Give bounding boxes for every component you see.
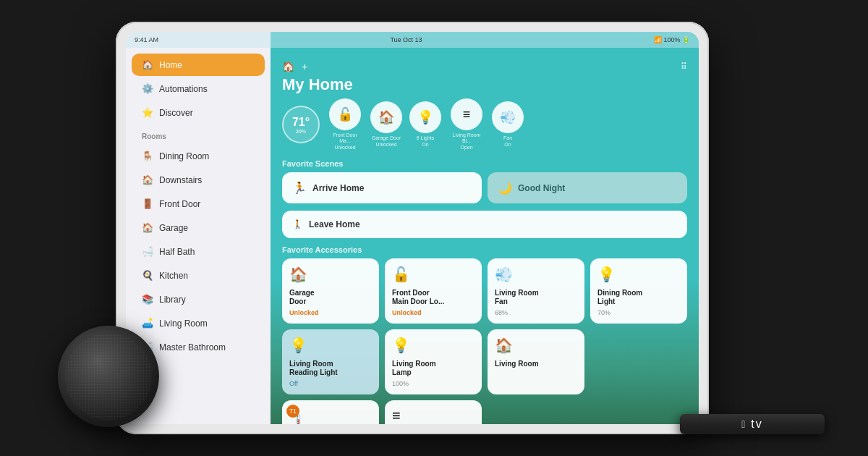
half-bath-icon: 🛁 — [142, 246, 153, 257]
sidebar-item-library[interactable]: 📚 Library — [132, 288, 265, 311]
fan-status-circle: 💨 — [492, 101, 524, 133]
living-room-fan-acc-icon: 💨 — [495, 266, 577, 283]
sidebar-item-half-bath[interactable]: 🛁 Half Bath — [132, 240, 265, 263]
sidebar-item-downstairs[interactable]: 🏠 Downstairs — [132, 169, 265, 191]
scene-arrive-home[interactable]: 🏃 Arrive Home — [282, 172, 482, 203]
good-night-label: Good Night — [518, 183, 565, 193]
acc-living-room-blinds[interactable]: ≡ Living RoomBlinds Open — [385, 400, 482, 424]
add-icon[interactable]: + — [302, 61, 307, 72]
garage-icon: 🏠 — [142, 222, 153, 233]
living-room-reading-light-acc-status: Off — [289, 380, 372, 387]
temperature-circle: 71° 20% — [282, 106, 320, 143]
sidebar-automations-label: Automations — [159, 84, 208, 94]
living-room-acc-name: Living Room — [495, 360, 577, 368]
living-room-lamp-acc-name: Living RoomLamp — [392, 360, 475, 377]
blinds-acc-icon: ≡ — [392, 408, 475, 424]
garage-door-status-circle: 🏠 — [370, 101, 402, 133]
acc-living-room-fan[interactable]: 💨 Living RoomFan 68% — [488, 258, 584, 324]
temp-sub: 20% — [296, 129, 306, 134]
living-room-fan-acc-name: Living RoomFan — [495, 289, 577, 306]
accessories-grid-row3: 71 🌡️ Living RoomThermostat Heating to 7… — [282, 400, 687, 424]
front-door-status-item[interactable]: 🔓 Front Door Ma...Unlocked — [327, 98, 363, 151]
acc-living-room-reading-light[interactable]: 💡 Living RoomReading Light Off — [282, 329, 379, 394]
top-bar: 🏠 + ⠿ — [282, 58, 687, 72]
sidebar-item-automations[interactable]: ⚙️ Automations — [132, 77, 265, 100]
leave-home-label: Leave Home — [309, 219, 360, 229]
dining-room-label: Dining Room — [159, 151, 209, 161]
kitchen-icon: 🍳 — [142, 270, 153, 281]
home-icon: 🏠 — [142, 59, 153, 70]
front-door-lock-acc-name: Front DoorMain Door Lo... — [392, 289, 475, 306]
library-label: Library — [159, 295, 186, 305]
living-room-fan-acc-status: 68% — [495, 309, 577, 316]
sidebar-item-kitchen[interactable]: 🍳 Kitchen — [132, 264, 265, 287]
temp-status-item[interactable]: 71° 20% — [282, 106, 320, 143]
garage-door-acc-icon: 🏠 — [289, 266, 372, 283]
library-icon: 📚 — [142, 294, 153, 305]
leave-home-icon: 🚶 — [292, 219, 303, 229]
blinds-status-circle: ≡ — [451, 98, 482, 130]
home-top-icon[interactable]: 🏠 — [282, 61, 294, 72]
acc-living-room-thermostat[interactable]: 71 🌡️ Living RoomThermostat Heating to 7… — [282, 400, 379, 424]
page-title: My Home — [282, 75, 353, 94]
garage-door-acc-status: Unlocked — [289, 309, 372, 316]
dining-room-icon: 🪑 — [142, 151, 153, 161]
sidebar-home-label: Home — [159, 60, 182, 70]
acc-dining-room-light[interactable]: 💡 Dining RoomLight 70% — [590, 258, 687, 324]
front-door-status-circle: 🔓 — [329, 98, 361, 130]
apple-tv:  tv — [680, 414, 825, 434]
apple-logo-icon:  — [741, 418, 745, 430]
good-night-icon: 🌙 — [498, 181, 512, 195]
main-content: 🏠 + ⠿ My Home 71° 20% — [271, 32, 699, 424]
acc-garage-door[interactable]: 🏠 GarageDoor Unlocked — [282, 258, 379, 324]
front-door-status-label: Front Door Ma...Unlocked — [327, 132, 363, 151]
status-time: 9:41 AM — [135, 36, 158, 43]
master-bathroom-label: Master Bathroom — [159, 342, 226, 352]
downstairs-icon: 🏠 — [142, 174, 153, 185]
living-room-label: Living Room — [159, 318, 208, 329]
acc-front-door-lock[interactable]: 🔓 Front DoorMain Door Lo... Unlocked — [385, 258, 482, 324]
lights-status-item[interactable]: 💡 6 LightsOn — [409, 101, 441, 148]
sidebar-item-dining-room[interactable]: 🪑 Dining Room — [132, 145, 265, 167]
automations-icon: ⚙️ — [142, 83, 153, 94]
status-battery: 📶 100% 🔋 — [654, 36, 690, 43]
acc-living-room[interactable]: 🏠 Living Room — [488, 329, 584, 394]
acc-living-room-lamp[interactable]: 💡 Living RoomLamp 100% — [385, 329, 482, 394]
garage-label: Garage — [159, 223, 188, 233]
front-door-lock-acc-status: Unlocked — [392, 309, 475, 316]
blinds-status-item[interactable]: ≡ Living Room Bl...Open — [448, 98, 485, 151]
dining-room-light-acc-icon: 💡 — [597, 266, 680, 283]
homepod-mesh — [65, 333, 152, 420]
fan-status-item[interactable]: 💨 FanOn — [492, 101, 524, 148]
discover-icon: ⭐ — [142, 107, 153, 118]
sidebar-item-front-door[interactable]: 🚪 Front Door — [132, 193, 265, 215]
homepod — [58, 326, 159, 427]
status-date: Tue Oct 13 — [390, 36, 422, 43]
scene-good-night[interactable]: 🌙 Good Night — [488, 172, 687, 203]
apple-tv-body:  tv — [680, 414, 825, 434]
kitchen-label: Kitchen — [159, 271, 188, 281]
arrive-home-icon: 🏃 — [292, 181, 307, 195]
living-room-acc-icon: 🏠 — [495, 337, 577, 354]
temp-value: 71° — [292, 116, 310, 129]
sidebar-item-garage[interactable]: 🏠 Garage — [132, 216, 265, 239]
arrive-home-label: Arrive Home — [312, 183, 364, 193]
ipad-frame: 9:41 AM Tue Oct 13 📶 100% 🔋 🏠 Home ⚙️ Au… — [116, 22, 709, 434]
main-header: My Home — [282, 75, 687, 94]
sidebar-item-discover[interactable]: ⭐ Discover — [132, 101, 265, 124]
homepod-body — [58, 326, 159, 427]
favorite-accessories-label: Favorite Accessories — [282, 245, 687, 254]
lights-status-circle: 💡 — [409, 101, 441, 133]
front-door-label: Front Door — [159, 199, 200, 209]
lights-status-label: 6 LightsOn — [417, 135, 435, 148]
dining-room-light-acc-status: 70% — [597, 309, 680, 316]
siri-icon: ⠿ — [681, 62, 687, 72]
rooms-section-label: Rooms — [126, 125, 271, 143]
scene-leave-home[interactable]: 🚶 Leave Home — [282, 211, 687, 238]
fan-status-label: FanOn — [503, 135, 512, 148]
front-door-icon: 🚪 — [142, 198, 153, 209]
living-room-reading-light-acc-name: Living RoomReading Light — [289, 360, 372, 377]
garage-door-status-item[interactable]: 🏠 Garage DoorUnlocked — [370, 101, 402, 148]
sidebar-item-home[interactable]: 🏠 Home — [132, 54, 265, 76]
status-bar: 9:41 AM Tue Oct 13 📶 100% 🔋 — [126, 32, 699, 48]
